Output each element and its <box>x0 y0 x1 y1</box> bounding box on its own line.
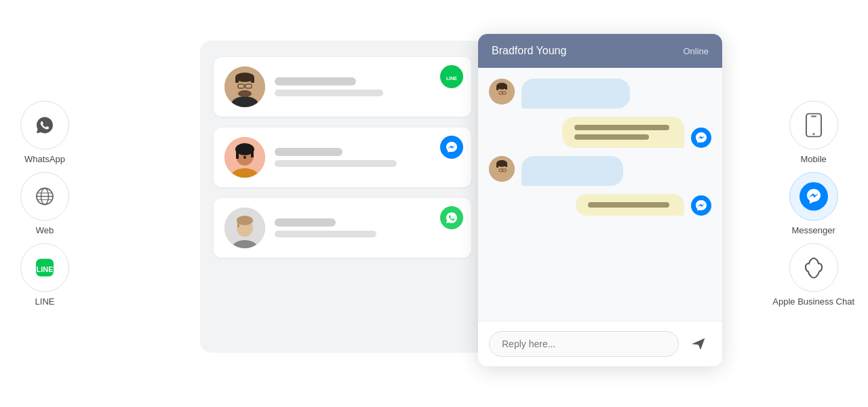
contact-list-panel: LINE <box>200 41 485 353</box>
sidebar-item-messenger[interactable]: Messenger <box>789 172 838 235</box>
contact-name-bar-2 <box>275 148 342 156</box>
message-row-1 <box>489 79 711 109</box>
sidebar-item-whatsapp[interactable]: WhatsApp <box>20 101 69 164</box>
svg-rect-13 <box>251 77 254 83</box>
messenger-icon-inner <box>800 182 828 211</box>
mobile-label: Mobile <box>801 154 827 164</box>
contact-msg-bar-1 <box>275 90 383 96</box>
web-label: Web <box>36 225 54 235</box>
contact-card-3[interactable] <box>214 198 471 258</box>
contact-name-bar-1 <box>275 77 356 85</box>
svg-rect-30 <box>237 220 239 227</box>
chat-window: Bradford Young Online <box>478 34 722 366</box>
svg-rect-24 <box>251 149 254 157</box>
sidebar-item-mobile[interactable]: Mobile <box>789 101 838 164</box>
contact-info-1 <box>275 77 460 96</box>
chat-messages-area <box>478 68 722 321</box>
right-sidebar: Mobile Messenger Apple Business Chat <box>772 101 854 307</box>
msg-badge-1 <box>691 128 711 148</box>
contact-badge-2 <box>440 136 463 159</box>
contact-avatar-2 <box>224 137 265 178</box>
message-bubble-2 <box>562 117 684 148</box>
msg-avatar-2 <box>489 156 515 182</box>
bubble-line-1 <box>574 125 669 130</box>
line-icon-circle: LINE <box>20 244 69 292</box>
contact-avatar-1 <box>224 66 265 107</box>
message-bubble-4 <box>576 194 684 216</box>
whatsapp-label: WhatsApp <box>24 154 65 164</box>
messenger-icon-circle <box>789 172 838 221</box>
main-container: WhatsApp Web LINE <box>0 0 868 407</box>
contact-msg-bar-3 <box>275 231 376 237</box>
messenger-label: Messenger <box>792 225 835 235</box>
chat-header: Bradford Young Online <box>478 34 722 68</box>
contact-msg-bar-2 <box>275 160 397 167</box>
whatsapp-icon-circle <box>20 101 69 150</box>
bubble-line-2 <box>574 134 649 140</box>
msg-badge-2 <box>691 195 711 216</box>
left-sidebar: WhatsApp Web LINE <box>20 101 69 307</box>
contact-name-bar-3 <box>275 218 336 227</box>
svg-rect-34 <box>496 86 498 90</box>
svg-rect-35 <box>505 86 507 90</box>
chat-input-area <box>478 321 722 366</box>
svg-text:LINE: LINE <box>36 265 53 273</box>
send-button[interactable] <box>686 331 711 357</box>
web-icon-circle <box>20 172 69 221</box>
message-row-4 <box>489 194 711 216</box>
message-row-2 <box>489 117 711 148</box>
message-row-3 <box>489 156 711 186</box>
contact-card-2[interactable] <box>214 128 471 187</box>
chat-status: Online <box>683 46 709 56</box>
bubble-line-3 <box>588 202 669 208</box>
msg-avatar-1 <box>489 79 515 104</box>
contact-badge-1: LINE <box>440 65 463 88</box>
sidebar-item-web[interactable]: Web <box>20 172 69 235</box>
svg-rect-23 <box>236 149 239 159</box>
svg-point-47 <box>812 133 814 135</box>
apple-business-chat-icon-circle <box>789 244 838 292</box>
svg-rect-42 <box>505 163 507 167</box>
message-bubble-3 <box>521 156 623 186</box>
svg-point-25 <box>243 156 246 159</box>
contact-info-2 <box>275 148 460 167</box>
svg-rect-12 <box>235 77 239 83</box>
svg-point-17 <box>238 90 252 97</box>
reply-input[interactable] <box>489 331 679 357</box>
svg-text:LINE: LINE <box>446 76 457 81</box>
line-label: LINE <box>35 296 55 307</box>
apple-business-chat-label: Apple Business Chat <box>772 296 854 307</box>
contact-badge-3 <box>440 206 463 229</box>
contact-card-1[interactable]: LINE <box>214 57 471 117</box>
mobile-icon-circle <box>789 101 838 150</box>
message-bubble-1 <box>521 79 630 109</box>
contact-info-3 <box>275 218 460 237</box>
contact-avatar-3 <box>224 208 265 248</box>
sidebar-item-line[interactable]: LINE LINE <box>20 244 69 307</box>
center-area: LINE <box>200 41 722 366</box>
svg-rect-41 <box>496 163 498 168</box>
sidebar-item-apple-business-chat[interactable]: Apple Business Chat <box>772 244 854 307</box>
chat-contact-name: Bradford Young <box>492 45 566 57</box>
